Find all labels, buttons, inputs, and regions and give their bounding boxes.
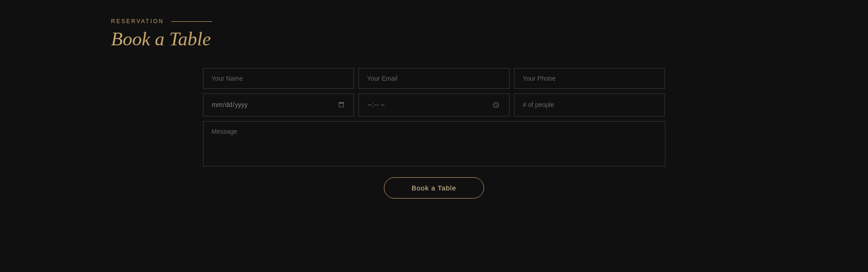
- time-input[interactable]: [359, 93, 509, 117]
- section-label-text: RESERVATION: [111, 18, 164, 24]
- section-label: RESERVATION: [111, 18, 757, 24]
- submit-button[interactable]: Book a Table: [384, 177, 484, 199]
- section-title: Book a Table: [111, 28, 757, 50]
- message-input[interactable]: [203, 121, 665, 166]
- phone-input[interactable]: [514, 68, 665, 89]
- submit-row: Book a Table: [203, 177, 665, 199]
- page-container: RESERVATION Book a Table Book a Table: [0, 0, 868, 272]
- date-input[interactable]: [203, 93, 354, 117]
- form-row-1: [203, 68, 665, 89]
- name-input[interactable]: [203, 68, 354, 89]
- email-input[interactable]: [359, 68, 509, 89]
- form-row-2: [203, 93, 665, 117]
- people-input[interactable]: [514, 93, 665, 117]
- section-label-line: [171, 21, 212, 22]
- form-row-3: [203, 121, 665, 166]
- reservation-form: Book a Table: [203, 68, 665, 199]
